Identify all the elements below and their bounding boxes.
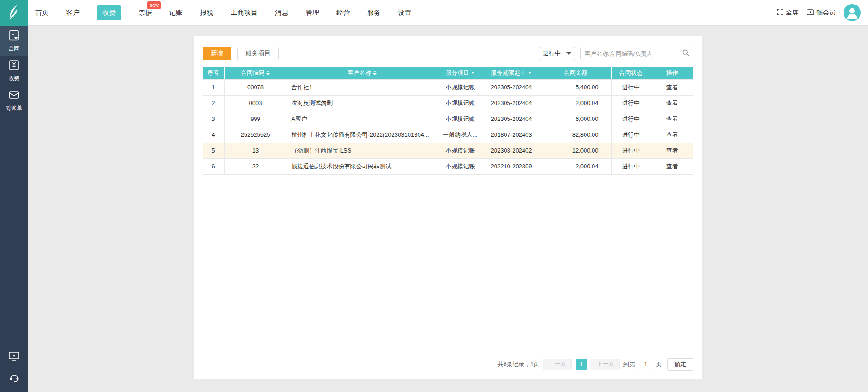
cell-service: 小规模记账	[438, 95, 483, 111]
nav-item-bookkeeping[interactable]: 记账	[169, 9, 183, 17]
cell-service: 小规模记账	[438, 111, 483, 127]
sidebar-item-statements[interactable]: 对账单	[0, 86, 28, 115]
column-header-amount: 合同金额	[540, 67, 611, 79]
table-row: 6 22 畅捷通信息技术股份有限公司民非测试 小规模记账 202210-2023…	[203, 158, 693, 174]
goto-page-input[interactable]	[639, 359, 652, 370]
nav-item-customers[interactable]: 客户	[66, 9, 80, 17]
view-link[interactable]: 查看	[666, 115, 678, 122]
cell-service: 小规模记账	[438, 79, 483, 95]
nav-item-operations[interactable]: 经营	[336, 9, 350, 17]
nav-item-services[interactable]: 服务	[367, 9, 381, 17]
client-download-button[interactable]	[0, 347, 28, 368]
record-summary: 共6条记录，1页	[498, 360, 539, 368]
quill-leaf-icon	[6, 4, 22, 23]
table-header-row: 序号 合同编码 客户名称 服务项目 服务期限起止	[203, 67, 693, 79]
column-header-period[interactable]: 服务期限起止	[483, 67, 540, 79]
cell-customer: A客户	[287, 111, 438, 127]
customer-support-button[interactable]	[0, 368, 28, 388]
client-download-icon	[8, 351, 20, 363]
cell-index: 6	[203, 158, 224, 174]
filter-caret-icon[interactable]	[471, 72, 475, 74]
search-input[interactable]	[585, 50, 682, 57]
column-header-service[interactable]: 服务项目	[438, 67, 483, 79]
statement-inbox-icon	[8, 89, 20, 102]
app-logo[interactable]	[0, 0, 28, 26]
column-header-code[interactable]: 合同编码	[224, 67, 287, 79]
cell-status: 进行中	[611, 158, 651, 174]
next-page-button[interactable]: 下一页	[591, 359, 620, 370]
sidebar-item-contracts[interactable]: 合同	[0, 26, 28, 56]
cell-actions: 查看	[651, 143, 693, 158]
nav-item-invoices[interactable]: 票据 new	[138, 9, 152, 17]
sidebar-item-label: 收费	[9, 75, 19, 82]
fee-yuan-icon	[8, 59, 20, 72]
table-row: 3 999 A客户 小规模记账 202305-202404 6,000.00 进…	[203, 111, 693, 127]
service-items-button[interactable]: 服务项目	[237, 47, 279, 60]
view-link[interactable]: 查看	[666, 163, 678, 170]
status-filter-select[interactable]: 进行中	[539, 47, 575, 60]
fullscreen-icon	[777, 9, 783, 17]
cell-customer: 合作社1	[287, 79, 438, 95]
cell-code: 00078	[224, 79, 287, 95]
column-header-customer[interactable]: 客户名称	[287, 67, 438, 79]
column-header-status: 合同状态	[611, 67, 651, 79]
table-row: 4 252525525 杭州杠上花文化传播有限公司-2022(202303101…	[203, 127, 693, 143]
table-row: 1 00078 合作社1 小规模记账 202305-202404 5,400.0…	[203, 79, 693, 95]
table-row: 5 13 （勿删）江西服宝-LSS 小规模记账 202303-202402 12…	[203, 143, 693, 158]
fullscreen-label: 全屏	[786, 9, 798, 17]
cell-code: 999	[224, 111, 287, 127]
view-link[interactable]: 查看	[666, 131, 678, 138]
video-play-icon	[807, 9, 814, 17]
goto-confirm-button[interactable]: 确定	[667, 358, 693, 371]
user-avatar-icon	[844, 4, 861, 21]
nav-item-management[interactable]: 管理	[306, 9, 319, 17]
sidebar: 合同 收费 对账单	[0, 26, 28, 392]
nav-item-messages[interactable]: 消息	[275, 9, 288, 17]
cell-index: 5	[203, 143, 224, 158]
user-avatar[interactable]	[844, 4, 861, 21]
cell-period: 202305-202404	[483, 95, 540, 111]
nav-item-tax[interactable]: 报税	[200, 9, 213, 17]
cell-index: 3	[203, 111, 224, 127]
view-link[interactable]: 查看	[666, 84, 678, 91]
nav-item-fees[interactable]: 收费	[97, 5, 121, 20]
table-empty-space	[203, 175, 693, 349]
nav-item-settings[interactable]: 设置	[398, 9, 411, 17]
sidebar-item-fees[interactable]: 收费	[0, 56, 28, 86]
search-icon[interactable]	[682, 49, 689, 58]
nav-item-business-projects[interactable]: 工商项目	[231, 9, 258, 17]
cell-status: 进行中	[611, 95, 651, 111]
toolbar: 新增 服务项目 进行中	[203, 47, 693, 60]
cell-code: 13	[224, 143, 287, 158]
nav-item-home[interactable]: 首页	[35, 9, 49, 17]
sidebar-item-label: 合同	[9, 45, 19, 53]
contract-table-body: 1 00078 合作社1 小规模记账 202305-202404 5,400.0…	[203, 79, 693, 174]
cell-customer: 畅捷通信息技术股份有限公司民非测试	[287, 158, 438, 174]
cell-actions: 查看	[651, 95, 693, 111]
view-link[interactable]: 查看	[666, 147, 678, 154]
cell-amount: 6,000.00	[540, 111, 611, 127]
cell-period: 202305-202404	[483, 79, 540, 95]
add-contract-button[interactable]: 新增	[203, 47, 231, 60]
prev-page-button[interactable]: 上一页	[543, 359, 572, 370]
sort-icon[interactable]	[373, 71, 377, 75]
contract-doc-icon	[8, 29, 20, 43]
contracts-panel: 新增 服务项目 进行中	[194, 36, 702, 379]
sort-icon[interactable]	[266, 71, 270, 75]
column-header-actions: 操作	[651, 67, 693, 79]
search-box	[580, 47, 693, 60]
support-headset-icon	[9, 372, 20, 385]
cell-code: 0003	[224, 95, 287, 111]
chevron-down-icon	[566, 52, 571, 55]
status-filter-value: 进行中	[543, 49, 561, 57]
cell-amount: 2,000.04	[540, 158, 611, 174]
cell-period: 202210-202309	[483, 158, 540, 174]
member-button[interactable]: 畅会员	[807, 9, 835, 17]
sidebar-spacer	[0, 115, 28, 347]
new-badge: new	[147, 1, 161, 9]
fullscreen-button[interactable]: 全屏	[777, 9, 798, 17]
view-link[interactable]: 查看	[666, 100, 678, 106]
cell-actions: 查看	[651, 158, 693, 174]
current-page-button[interactable]: 1	[576, 359, 587, 370]
filter-caret-icon[interactable]	[528, 72, 532, 74]
